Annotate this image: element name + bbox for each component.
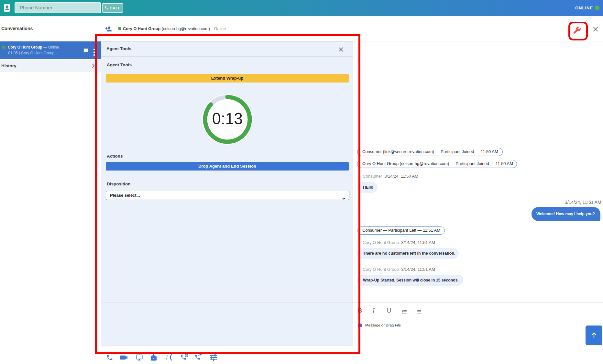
svg-text:P: P bbox=[186, 354, 188, 357]
